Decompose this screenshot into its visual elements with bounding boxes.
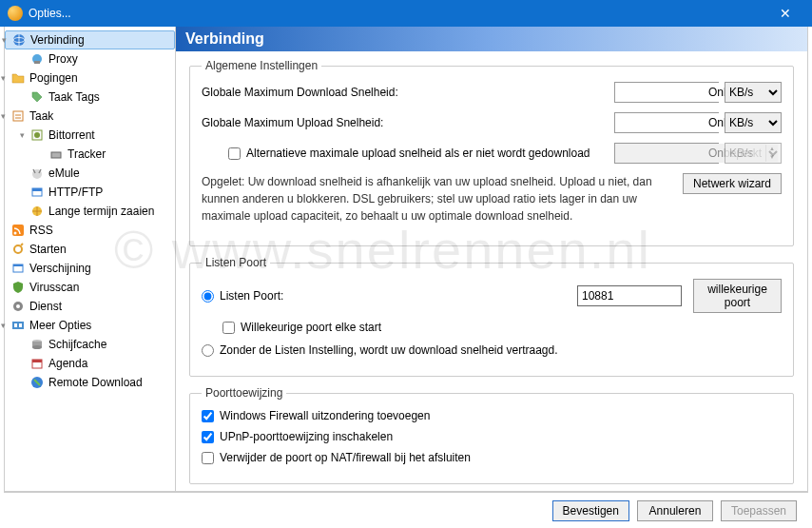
sidebar-item-agenda[interactable]: Agenda [5,354,175,373]
emule-icon [29,166,45,181]
random-port-button[interactable]: willekeurige poort [693,279,782,313]
proxy-icon [29,51,45,67]
sidebar-label: Meer Opties [29,319,91,332]
firewall-exception-label: Windows Firewall uitzondering toevoegen [220,409,430,422]
remove-port-checkbox[interactable] [202,452,214,464]
sidebar-label: Verschijning [29,262,91,275]
svg-rect-7 [51,152,61,158]
sidebar-item-tracker[interactable]: Tracker [5,145,175,164]
disk-icon [29,337,45,352]
alt-upload-checkbox[interactable] [228,147,241,160]
group-general: Algemene Instellingen Globale Maximum Do… [189,59,794,246]
footer: Bevestigen Annuleren Toepassen [4,492,808,528]
http-icon [29,185,45,200]
sidebar-item-proxy[interactable]: Proxy [5,49,175,68]
sidebar-label: Proxy [48,52,78,66]
sidebar-item-dienst[interactable]: Dienst [5,297,175,316]
collapse-icon[interactable]: ▾ [5,111,9,121]
app-icon [8,6,23,21]
collapse-icon[interactable]: ▾ [16,130,28,140]
listen-port-label: Listen Poort: [220,289,571,303]
svg-point-6 [34,132,40,138]
svg-point-23 [32,345,42,349]
sidebar-label: Lange termijn zaaien [48,205,154,218]
sidebar-label: RSS [29,224,53,237]
svg-rect-25 [32,360,42,362]
legend-portmap: Poorttoewijzing [202,386,286,400]
upnp-checkbox[interactable] [202,431,214,443]
appearance-icon [10,261,26,276]
close-button[interactable]: ✕ [766,6,804,21]
sidebar-label: HTTP/FTP [48,186,103,199]
svg-point-17 [16,304,20,308]
sidebar-label: Virusscan [29,281,79,294]
sidebar-label: Dienst [29,300,62,313]
upload-speed-label: Globale Maximum Upload Snelheid: [202,116,614,129]
sidebar-label: Schijfcache [48,338,106,351]
upnp-label: UPnP-poorttoewijzing inschakelen [220,430,393,443]
alt-upload-label: Alternatieve maximale upload snelheid al… [246,147,590,160]
sidebar-label: Pogingen [29,71,78,85]
svg-point-13 [14,232,17,235]
upload-unit-select[interactable]: KB/s [725,112,782,133]
sidebar-label: Bittorrent [48,128,95,142]
sidebar-item-remote-download[interactable]: Remote Download [5,373,175,392]
without-listen-radio[interactable] [202,344,214,357]
download-speed-spinbox[interactable]: ▲▼ [614,82,719,103]
service-icon [10,299,26,314]
legend-general: Algemene Instellingen [202,59,321,72]
apply-button[interactable]: Toepassen [721,500,797,521]
sidebar-item-verschijning[interactable]: Verschijning [5,259,175,278]
sidebar-item-virusscan[interactable]: Virusscan [5,278,175,297]
collapse-icon[interactable]: ▾ [5,321,9,330]
sidebar-label: Taak Tags [48,90,100,104]
random-start-checkbox[interactable] [222,322,235,334]
firewall-exception-checkbox[interactable] [202,410,214,422]
svg-rect-3 [34,61,40,64]
sidebar-label: Tracker [68,147,106,161]
network-wizard-button[interactable]: Netwerk wizard [683,173,782,194]
sidebar: ▾ Verbinding Proxy ▾ Pogingen Taak Tags … [5,27,176,491]
upload-speed-spinbox[interactable]: ▲▼ [614,112,719,133]
sidebar-item-pogingen[interactable]: ▾ Pogingen [5,68,175,88]
sidebar-item-meer-opties[interactable]: ▾ Meer Opties [5,316,175,335]
ok-button[interactable]: Bevestigen [552,500,629,521]
svg-rect-4 [13,111,23,121]
download-speed-label: Globale Maximum Download Snelheid: [202,86,614,99]
sidebar-item-taak[interactable]: ▾ Taak [5,107,175,126]
group-listen-port: Listen Poort Listen Poort: willekeurige … [189,256,794,377]
sidebar-item-taak-tags[interactable]: Taak Tags [5,88,175,107]
sidebar-item-schijfcache[interactable]: Schijfcache [5,335,175,354]
folder-icon [10,70,26,86]
sidebar-item-emule[interactable]: eMule [5,164,175,183]
listen-port-radio[interactable] [202,290,214,303]
collapse-icon[interactable]: ▾ [5,35,10,45]
sidebar-item-verbinding[interactable]: ▾ Verbinding [5,30,175,49]
sidebar-item-long-seed[interactable]: Lange termijn zaaien [5,202,175,221]
cancel-button[interactable]: Annuleren [637,500,713,521]
download-unit-select[interactable]: KB/s [725,82,782,103]
sidebar-label: Agenda [48,357,87,370]
shield-icon [10,280,26,295]
start-icon [10,242,26,257]
titlebar: Opties... ✕ [0,0,812,27]
alt-upload-spinbox: ▲▼ [614,143,719,164]
task-icon [10,108,26,124]
sidebar-label: eMule [48,166,80,180]
listen-port-input[interactable] [577,285,682,306]
alt-unit-select: KB/s [725,143,782,164]
sidebar-item-http-ftp[interactable]: HTTP/FTP [5,183,175,202]
sidebar-item-starten[interactable]: Starten [5,240,175,259]
sidebar-label: Taak [29,109,53,123]
svg-rect-18 [12,322,24,329]
random-start-label: Willekeurige poort elke start [241,321,381,334]
group-port-mapping: Poorttoewijzing Windows Firewall uitzond… [189,386,794,484]
remove-port-label: Verwijder de poort op NAT/firewall bij h… [220,451,471,464]
sidebar-item-rss[interactable]: RSS [5,221,175,240]
main-panel: Verbinding Algemene Instellingen Globale… [176,27,807,491]
collapse-icon[interactable]: ▾ [5,73,9,83]
svg-rect-20 [19,323,22,327]
panel-title: Verbinding [176,27,807,51]
sidebar-item-bittorrent[interactable]: ▾ Bittorrent [5,126,175,145]
tracker-icon [48,147,64,162]
